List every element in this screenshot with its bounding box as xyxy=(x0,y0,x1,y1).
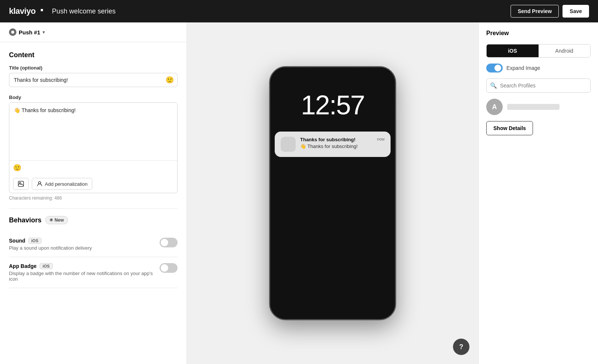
platform-tabs: iOS Android xyxy=(486,44,591,58)
behavior-row-sound: Sound iOS Play a sound upon notification… xyxy=(9,238,178,251)
body-textarea[interactable]: 👋 Thanks for subscribing! xyxy=(9,103,177,159)
left-panel: Push #1 ▾ Content Title (optional) 🙂 Bod… xyxy=(0,22,187,364)
center-panel: 12:57 Thanks for subscribing! now 👋 Than… xyxy=(187,22,478,364)
behavior-desc-appbadge: Display a badge with the number of new n… xyxy=(9,271,160,282)
behavior-row-appbadge: App Badge iOS Display a badge with the n… xyxy=(9,263,178,282)
body-textarea-wrapper: 👋 Thanks for subscribing! 🙂 xyxy=(9,102,178,193)
logo: klaviyo xyxy=(9,6,43,16)
section-divider xyxy=(9,208,178,209)
platform-badge-ios-sound: iOS xyxy=(28,238,41,244)
chevron-down-icon: ▾ xyxy=(43,30,45,35)
person-icon xyxy=(37,181,43,187)
profile-row: A xyxy=(486,99,591,115)
title-emoji-button[interactable]: 🙂 xyxy=(166,76,174,84)
behavior-info-appbadge: App Badge iOS Display a badge with the n… xyxy=(9,263,160,282)
behaviors-header: Behaviors ✳ New xyxy=(9,216,178,224)
content-section-title: Content xyxy=(9,51,178,59)
platform-badge-ios-appbadge: iOS xyxy=(40,263,53,269)
image-button[interactable] xyxy=(13,178,29,190)
title-input-wrapper: 🙂 xyxy=(9,73,178,87)
new-badge-icon: ✳ xyxy=(49,218,53,223)
nav-actions: Send Preview Save xyxy=(511,5,589,18)
new-badge: ✳ New xyxy=(45,216,68,224)
avatar: A xyxy=(486,99,503,115)
svg-point-3 xyxy=(38,182,41,184)
tab-android[interactable]: Android xyxy=(539,44,591,57)
profile-name-blurred xyxy=(507,104,560,110)
logo-mark xyxy=(38,9,43,13)
page-title: Push welcome series xyxy=(52,7,511,15)
notif-content: Thanks for subscribing! now 👋 Thanks for… xyxy=(300,137,385,149)
left-content: Content Title (optional) 🙂 Body 👋 Thanks… xyxy=(0,42,187,364)
show-details-button[interactable]: Show Details xyxy=(486,121,533,135)
appbadge-toggle-slider xyxy=(160,263,178,273)
char-remaining: Characters remaining: 486 xyxy=(9,195,178,201)
notif-app-icon xyxy=(281,137,296,152)
image-icon xyxy=(18,181,24,187)
add-personalization-label: Add personalization xyxy=(45,181,87,187)
notif-title: Thanks for subscribing! xyxy=(300,137,355,142)
phone-screen: 12:57 Thanks for subscribing! now 👋 Than… xyxy=(270,67,395,319)
expand-image-label: Expand Image xyxy=(506,65,540,71)
notification-card: Thanks for subscribing! now 👋 Thanks for… xyxy=(275,132,391,157)
body-field-group: Body 👋 Thanks for subscribing! 🙂 xyxy=(9,95,178,201)
behaviors-title: Behaviors xyxy=(9,216,41,224)
behavior-name-sound: Sound iOS xyxy=(9,238,92,244)
new-badge-label: New xyxy=(55,218,64,223)
search-icon: 🔍 xyxy=(490,82,497,89)
push-selector-label: Push #1 xyxy=(19,29,40,36)
body-field-label: Body xyxy=(9,95,178,100)
sound-toggle[interactable] xyxy=(160,238,178,247)
right-panel: Preview iOS Android Expand Image 🔍 A Sho… xyxy=(478,22,598,364)
save-button[interactable]: Save xyxy=(562,5,589,18)
body-emoji-button[interactable]: 🙂 xyxy=(13,164,21,172)
textarea-actions: Add personalization xyxy=(9,175,177,193)
main-layout: Push #1 ▾ Content Title (optional) 🙂 Bod… xyxy=(0,22,598,364)
top-nav: klaviyo Push welcome series Send Preview… xyxy=(0,0,598,22)
title-input[interactable] xyxy=(9,73,178,87)
push-status-icon xyxy=(9,28,16,36)
help-button[interactable]: ? xyxy=(453,339,469,355)
expand-image-toggle-slider xyxy=(486,64,503,73)
logo-text: klaviyo xyxy=(9,6,36,16)
behavior-item-appbadge: App Badge iOS Display a badge with the n… xyxy=(9,257,178,288)
behavior-info-sound: Sound iOS Play a sound upon notification… xyxy=(9,238,92,251)
behavior-item-sound: Sound iOS Play a sound upon notification… xyxy=(9,232,178,257)
tab-ios[interactable]: iOS xyxy=(487,44,539,57)
notif-time: now xyxy=(377,137,385,141)
phone-time: 12:57 xyxy=(301,90,364,120)
expand-image-toggle[interactable] xyxy=(486,64,503,73)
textarea-footer: 🙂 xyxy=(9,160,177,175)
add-personalization-button[interactable]: Add personalization xyxy=(32,178,92,190)
search-profiles-input-wrapper: 🔍 xyxy=(486,78,591,93)
search-profiles-input[interactable] xyxy=(486,78,591,93)
sound-toggle-slider xyxy=(160,238,178,247)
title-field-label: Title (optional) xyxy=(9,65,178,71)
svg-rect-0 xyxy=(41,9,43,11)
appbadge-toggle[interactable] xyxy=(160,263,178,273)
expand-image-row: Expand Image xyxy=(486,64,591,73)
notif-body: 👋 Thanks for subscribing! xyxy=(300,144,385,149)
behavior-desc-sound: Play a sound upon notification delivery xyxy=(9,245,92,251)
phone-device: 12:57 Thanks for subscribing! now 👋 Than… xyxy=(269,66,396,320)
preview-title: Preview xyxy=(486,30,591,37)
behavior-name-appbadge: App Badge iOS xyxy=(9,263,160,269)
notif-title-row: Thanks for subscribing! now xyxy=(300,137,385,142)
title-field-group: Title (optional) 🙂 xyxy=(9,65,178,87)
send-preview-button[interactable]: Send Preview xyxy=(511,5,559,18)
push-selector[interactable]: Push #1 ▾ xyxy=(0,22,187,42)
